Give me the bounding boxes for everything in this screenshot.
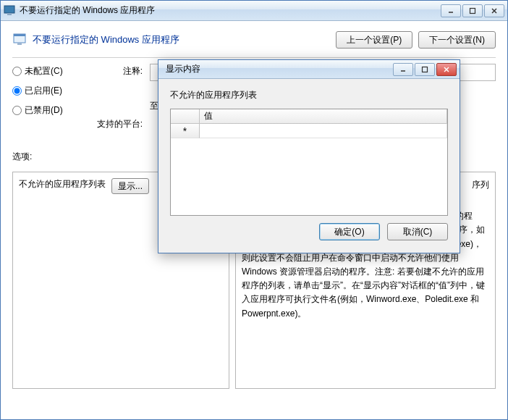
dialog-subtitle: 不允许的应用程序列表	[170, 89, 448, 101]
show-button[interactable]: 显示...	[111, 178, 149, 194]
radio-group: 未配置(C) 已启用(E) 已禁用(D)	[12, 64, 85, 117]
table-row-marker[interactable]: *	[171, 124, 200, 138]
radio-enabled-input[interactable]	[12, 86, 22, 96]
app-icon	[4, 5, 15, 17]
main-titlebar[interactable]: 不要运行指定的 Windows 应用程序	[1, 1, 507, 21]
radio-disabled[interactable]: 已禁用(D)	[12, 104, 85, 117]
comment-label: 注释:	[92, 65, 143, 77]
show-contents-dialog: 显示内容 不允许的应用程序列表 值 * 确定(O) 取消(C)	[158, 59, 460, 253]
svg-rect-1	[7, 13, 12, 15]
radio-enabled-label: 已启用(E)	[25, 85, 62, 97]
header-row: 不要运行指定的 Windows 应用程序 上一个设置(P) 下一个设置(N)	[12, 31, 496, 49]
table-header-index[interactable]	[171, 109, 200, 124]
disallowed-list-label: 不允许的应用程序列表	[19, 178, 106, 190]
values-table[interactable]: 值 *	[170, 109, 448, 216]
labels-column: 注释: 支持的平台:	[92, 64, 143, 130]
svg-rect-8	[17, 43, 22, 45]
radio-not-configured[interactable]: 未配置(C)	[12, 65, 85, 77]
supported-on-label: 支持的平台:	[92, 118, 143, 130]
dialog-titlebar[interactable]: 显示内容	[158, 60, 460, 79]
dialog-buttons: 确定(O) 取消(C)	[170, 223, 448, 240]
page-title: 不要运行指定的 Windows 应用程序	[33, 33, 330, 46]
table-row[interactable]: *	[171, 124, 447, 138]
radio-disabled-input[interactable]	[12, 106, 22, 115]
ok-button[interactable]: 确定(O)	[319, 223, 380, 240]
next-setting-button[interactable]: 下一个设置(N)	[418, 31, 496, 49]
close-button[interactable]	[484, 4, 504, 17]
maximize-button[interactable]	[462, 4, 483, 17]
radio-enabled[interactable]: 已启用(E)	[12, 85, 85, 97]
dialog-body: 不允许的应用程序列表 值 * 确定(O) 取消(C)	[158, 79, 460, 248]
svg-rect-7	[14, 34, 25, 36]
table-row-value[interactable]	[200, 124, 447, 138]
dialog-close-button[interactable]	[436, 63, 457, 76]
dialog-minimize-button[interactable]	[393, 63, 413, 76]
main-window-title: 不要运行指定的 Windows 应用程序	[20, 4, 441, 17]
cancel-button[interactable]: 取消(C)	[387, 223, 448, 240]
svg-rect-3	[470, 8, 475, 13]
policy-icon	[12, 33, 27, 47]
svg-rect-0	[4, 6, 14, 13]
dialog-title: 显示内容	[161, 63, 393, 75]
svg-rect-10	[423, 67, 428, 72]
radio-not-configured-label: 未配置(C)	[25, 65, 63, 77]
radio-disabled-label: 已禁用(D)	[25, 104, 63, 117]
dialog-maximize-button[interactable]	[415, 63, 435, 76]
divider	[12, 57, 496, 58]
previous-setting-button[interactable]: 上一个设置(P)	[336, 31, 412, 49]
table-header-value[interactable]: 值	[200, 109, 447, 124]
table-header: 值	[171, 109, 447, 124]
radio-not-configured-input[interactable]	[12, 67, 22, 76]
minimize-button[interactable]	[441, 4, 461, 17]
main-window-controls	[441, 4, 504, 17]
dialog-window-controls	[393, 63, 457, 76]
